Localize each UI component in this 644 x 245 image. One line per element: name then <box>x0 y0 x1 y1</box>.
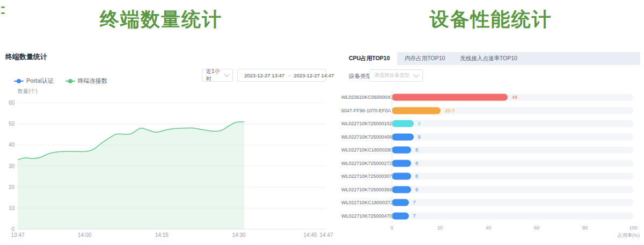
bar-chart-axis-line <box>392 91 392 223</box>
bar-category-label: WL022710K725000272 <box>341 161 387 166</box>
bar-x-tick: 0 <box>390 225 393 230</box>
bar-category-label: WL022710K725000307 <box>341 174 387 179</box>
bar-row: WL022710K7250003698 <box>341 183 640 197</box>
svg-text:50: 50 <box>9 121 15 127</box>
chevron-down-icon <box>414 72 419 77</box>
device-perf-tab-bar: CPU占用TOP10内存占用TOP10无线接入点速率TOP10 <box>341 52 640 65</box>
date-range-picker[interactable]: 2023-12-27 13:47 - 2023-12-27 14:47 <box>237 69 326 82</box>
time-range-value: 近1小时 <box>206 68 225 83</box>
svg-text:30: 30 <box>9 163 15 169</box>
svg-text:14:00: 14:00 <box>78 232 91 238</box>
bar-value-label: 8 <box>415 174 418 179</box>
bar <box>392 212 409 219</box>
bar-track <box>392 186 633 193</box>
bar-track <box>392 199 633 206</box>
bar <box>392 107 441 114</box>
bar-value-label: 8 <box>415 147 418 153</box>
svg-text:0: 0 <box>11 226 14 232</box>
bar-value-label: 8 <box>415 161 418 166</box>
bar <box>392 199 409 206</box>
device-type-placeholder: 请选择设备类型 <box>374 72 410 79</box>
device-type-select[interactable]: 请选择设备类型 <box>369 69 423 82</box>
svg-text:14:47: 14:47 <box>319 232 333 238</box>
svg-text:14:45: 14:45 <box>303 232 317 238</box>
bar-track <box>392 173 633 180</box>
date-range-end: 2023-12-27 14:47 <box>294 73 334 78</box>
bar-chart-x-axis-label: 占用率(%) <box>558 232 640 239</box>
bar-track <box>392 160 633 167</box>
svg-text:14:15: 14:15 <box>155 232 169 238</box>
bar-value-label: 48 <box>512 95 517 100</box>
svg-text:10: 10 <box>9 205 15 211</box>
bar <box>392 94 508 101</box>
bar-row: WL023610KC0600004348 <box>341 91 640 104</box>
bar-row: WL022710K7250003078 <box>341 170 640 183</box>
bar-x-tick: 80 <box>582 225 588 230</box>
bar-category-label: WL022710K725000102 <box>341 121 387 126</box>
svg-text:40: 40 <box>9 142 15 148</box>
bar-track <box>392 147 633 154</box>
device-perf-section-title: 设备性能统计 <box>341 6 640 33</box>
date-range-separator: - <box>287 73 291 78</box>
bar-x-tick: 100 <box>629 225 637 230</box>
bar-row: WL022710KC180002808 <box>341 143 640 157</box>
date-range-start: 2023-12-27 13:47 <box>244 73 284 78</box>
bar-track <box>392 120 633 127</box>
bar-x-tick: 60 <box>534 225 539 230</box>
bar-value-label: 7 <box>413 200 416 205</box>
chevron-down-icon <box>224 72 230 77</box>
bar-track <box>392 212 633 219</box>
bar <box>392 160 411 167</box>
bar-category-label: WL022710K725000409 <box>341 134 387 140</box>
bar-chart-x-ticks: 020406080100 <box>341 225 640 232</box>
bar-row: WL022710K7250004099 <box>341 131 640 144</box>
bar-x-tick: 40 <box>486 225 491 230</box>
bar-category-label: WL022710KC18000280 <box>341 147 387 153</box>
terminal-line-chart: 010203040506013:4714:0014:1514:3014:4514… <box>0 84 333 245</box>
bar-value-label: 8 <box>415 187 418 192</box>
bar-row: WL022710K7250001029 <box>341 117 640 131</box>
legend-marker-icon <box>14 79 24 83</box>
svg-text:20: 20 <box>9 184 15 190</box>
bar-category-label: WL022710KC18000372 <box>341 200 387 205</box>
bar <box>392 147 411 154</box>
bar-category-label: WL022710K725000369 <box>341 187 387 192</box>
tab-1[interactable]: 内存占用TOP10 <box>397 52 452 65</box>
bar <box>392 186 411 193</box>
bar-category-label: WL023610KC06000043 <box>341 95 387 100</box>
bar-category-label: 6047-FF96-1070-EF0A <box>341 108 387 113</box>
bar-row: 6047-FF96-1070-EF0A20.3 <box>341 104 640 118</box>
tab-0[interactable]: CPU占用TOP10 <box>341 52 397 65</box>
terminal-stats-section-title: 终端数量统计 <box>0 6 322 33</box>
svg-text:60: 60 <box>9 100 15 106</box>
bar <box>392 173 411 180</box>
tab-2[interactable]: 无线接入点速率TOP10 <box>452 52 525 65</box>
bar-category-label: WL022710K725000470 <box>341 213 387 219</box>
bar <box>392 133 414 140</box>
bar-value-label: 9 <box>418 121 421 126</box>
bar-row: WL022710KC180003727 <box>341 196 640 210</box>
cpu-top10-bar-chart: WL023610KC06000043486047-FF96-1070-EF0A2… <box>341 91 640 222</box>
device-type-label: 设备类型 <box>349 73 371 80</box>
bar-value-label: 9 <box>418 134 421 140</box>
dashboard: 终端数量统计 终端数量统计 Portal认证 终端连接数 近1小时 2023-1… <box>0 0 644 245</box>
bar-row: WL022710K7250004707 <box>341 210 640 223</box>
bar-x-tick: 20 <box>437 225 443 230</box>
time-range-select[interactable]: 近1小时 <box>202 69 233 82</box>
bar <box>392 120 414 127</box>
svg-text:14:30: 14:30 <box>232 232 246 238</box>
legend-marker-icon <box>65 79 75 83</box>
bar-value-label: 20.3 <box>445 108 455 113</box>
terminal-stats-panel-title: 终端数量统计 <box>5 52 47 62</box>
bar-value-label: 7 <box>413 213 416 219</box>
bar-row: WL022710K7250002728 <box>341 157 640 170</box>
bar-track <box>392 133 633 140</box>
svg-text:13:47: 13:47 <box>11 232 24 238</box>
